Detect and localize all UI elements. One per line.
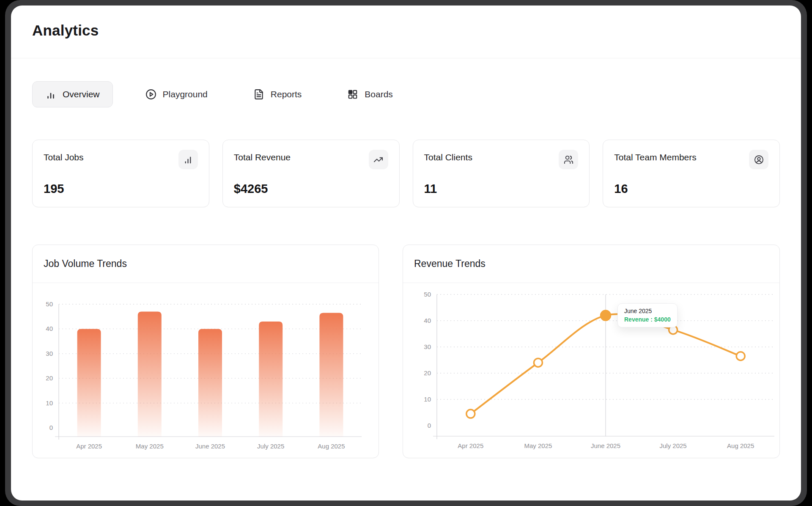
bar[interactable] — [319, 313, 343, 437]
svg-text:0: 0 — [428, 422, 431, 429]
job-volume-trends-card: Job Volume Trends 01020304050Apr 2025May… — [32, 245, 379, 458]
bar[interactable] — [198, 329, 222, 437]
stat-cards-row: Total Jobs 195 Total Revenue $4265 — [32, 140, 780, 207]
chart-card-header: Revenue Trends — [403, 245, 779, 283]
stat-value: 195 — [44, 182, 198, 196]
line-chart-svg[interactable]: 01020304050Apr 2025May 2025June 2025July… — [403, 283, 779, 458]
tooltip-value: Revenue : $4000 — [624, 316, 671, 323]
charts-row: Job Volume Trends 01020304050Apr 2025May… — [32, 245, 780, 458]
svg-text:40: 40 — [46, 325, 53, 332]
svg-text:May 2025: May 2025 — [524, 442, 552, 449]
circle-user-icon — [749, 150, 768, 169]
svg-text:10: 10 — [424, 396, 431, 403]
stat-value: 11 — [424, 182, 579, 196]
stat-card-total-jobs: Total Jobs 195 — [32, 140, 209, 207]
svg-text:Aug 2025: Aug 2025 — [318, 443, 345, 450]
chart-column-icon — [45, 89, 56, 100]
svg-text:Apr 2025: Apr 2025 — [76, 443, 102, 450]
svg-text:30: 30 — [46, 350, 53, 357]
stat-card-total-clients: Total Clients 11 — [413, 140, 590, 207]
page-title: Analytics — [32, 21, 780, 40]
chart-title: Job Volume Trends — [44, 258, 127, 270]
tooltip-title: June 2025 — [624, 308, 671, 314]
tab-label: Overview — [63, 89, 100, 99]
tab-bar: Overview Playground Reports Boards — [32, 81, 780, 107]
tab-reports[interactable]: Reports — [240, 81, 315, 107]
revenue-trends-card: Revenue Trends 01020304050Apr 2025May 20… — [403, 245, 780, 458]
layout-grid-icon — [347, 89, 358, 100]
stat-label: Total Jobs — [44, 150, 84, 162]
svg-text:20: 20 — [424, 369, 431, 377]
tab-label: Playground — [163, 89, 208, 99]
tab-boards[interactable]: Boards — [334, 81, 406, 107]
line-point[interactable] — [466, 410, 475, 418]
stat-label: Total Clients — [424, 150, 472, 162]
line-point[interactable] — [736, 352, 745, 360]
svg-text:50: 50 — [46, 300, 53, 308]
chart-card-header: Job Volume Trends — [33, 245, 379, 283]
bar[interactable] — [77, 329, 101, 437]
svg-text:July 2025: July 2025 — [659, 442, 686, 449]
stat-value: $4265 — [234, 182, 388, 196]
tab-label: Boards — [365, 89, 393, 99]
line-chart-area[interactable]: 01020304050Apr 2025May 2025June 2025July… — [403, 283, 779, 458]
svg-text:50: 50 — [424, 291, 431, 298]
svg-text:20: 20 — [46, 374, 53, 382]
svg-text:10: 10 — [46, 399, 53, 407]
tab-overview[interactable]: Overview — [32, 81, 113, 107]
header-divider — [11, 58, 801, 58]
stat-label: Total Team Members — [614, 150, 697, 162]
users-icon — [559, 150, 578, 169]
stat-label: Total Revenue — [234, 150, 291, 162]
analytics-panel: Analytics Overview Playground Reports — [11, 6, 801, 500]
svg-text:Aug 2025: Aug 2025 — [727, 442, 754, 449]
play-circle-icon — [145, 89, 156, 100]
svg-text:July 2025: July 2025 — [257, 443, 284, 450]
stat-card-total-revenue: Total Revenue $4265 — [222, 140, 400, 207]
bar-chart-area[interactable]: 01020304050Apr 2025May 2025June 2025July… — [33, 283, 379, 458]
tab-label: Reports — [271, 89, 302, 99]
bar[interactable] — [259, 322, 283, 437]
file-text-icon — [253, 89, 264, 100]
svg-text:30: 30 — [424, 343, 431, 350]
stat-card-total-team-members: Total Team Members 16 — [603, 140, 780, 207]
stat-value: 16 — [614, 182, 768, 196]
svg-text:June 2025: June 2025 — [195, 443, 225, 450]
svg-text:40: 40 — [424, 317, 431, 324]
svg-text:May 2025: May 2025 — [136, 443, 164, 450]
svg-text:Apr 2025: Apr 2025 — [458, 442, 483, 449]
line-point-active[interactable] — [601, 311, 611, 320]
chart-title: Revenue Trends — [414, 258, 486, 270]
svg-text:0: 0 — [49, 424, 53, 431]
trending-up-icon — [369, 150, 388, 169]
chart-column-icon — [178, 150, 198, 169]
line-point[interactable] — [534, 358, 542, 367]
bar-chart-svg[interactable]: 01020304050Apr 2025May 2025June 2025July… — [33, 283, 379, 458]
bar[interactable] — [138, 312, 162, 437]
svg-text:June 2025: June 2025 — [591, 442, 620, 449]
chart-tooltip: June 2025 Revenue : $4000 — [617, 303, 678, 327]
tab-playground[interactable]: Playground — [132, 81, 221, 107]
